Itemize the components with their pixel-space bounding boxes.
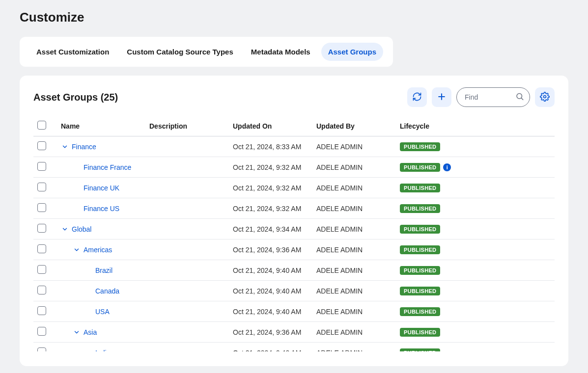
asset-group-link[interactable]: India xyxy=(95,349,110,352)
column-header-lifecycle[interactable]: Lifecycle xyxy=(396,116,555,136)
row-checkbox[interactable] xyxy=(37,162,46,171)
lifecycle-badge: PUBLISHED xyxy=(400,266,440,275)
row-checkbox[interactable] xyxy=(37,265,46,274)
table-row: IndiaOct 21, 2024, 9:40 AMADELE ADMINPUB… xyxy=(33,343,555,352)
info-icon[interactable]: i xyxy=(443,163,451,171)
asset-group-link[interactable]: Canada xyxy=(95,287,119,295)
select-all-checkbox[interactable] xyxy=(37,121,46,130)
cell-updated-by: ADELE ADMIN xyxy=(312,178,396,198)
lifecycle-badge: PUBLISHED xyxy=(400,287,440,295)
lifecycle-badge: PUBLISHED xyxy=(400,184,440,192)
chevron-down-icon[interactable] xyxy=(61,143,69,151)
table-row: AsiaOct 21, 2024, 9:36 AMADELE ADMINPUBL… xyxy=(33,322,555,343)
cell-description xyxy=(145,260,229,281)
cell-description xyxy=(145,281,229,301)
cell-updated-by: ADELE ADMIN xyxy=(312,198,396,219)
row-checkbox[interactable] xyxy=(37,286,46,294)
asset-groups-card: Asset Groups (25) xyxy=(20,76,568,366)
svg-point-4 xyxy=(544,95,546,98)
row-checkbox[interactable] xyxy=(37,244,46,253)
cell-updated-on: Oct 21, 2024, 9:32 AM xyxy=(229,157,312,178)
asset-groups-table: Name Description Updated On Updated By L… xyxy=(33,116,555,351)
table-row: GlobalOct 21, 2024, 9:34 AMADELE ADMINPU… xyxy=(33,219,555,240)
lifecycle-badge: PUBLISHED xyxy=(400,225,440,234)
chevron-down-icon[interactable] xyxy=(73,246,81,254)
row-checkbox[interactable] xyxy=(37,203,46,212)
cell-updated-on: Oct 21, 2024, 9:32 AM xyxy=(229,198,312,219)
search-input[interactable] xyxy=(456,87,530,107)
chevron-down-icon[interactable] xyxy=(61,225,69,233)
lifecycle-badge: PUBLISHED xyxy=(400,328,440,337)
row-checkbox[interactable] xyxy=(37,347,46,351)
table-row: USAOct 21, 2024, 9:40 AMADELE ADMINPUBLI… xyxy=(33,301,555,322)
page-title: Customize xyxy=(20,10,568,25)
asset-group-link[interactable]: Finance xyxy=(72,143,96,151)
table-row: Finance UKOct 21, 2024, 9:32 AMADELE ADM… xyxy=(33,178,555,198)
asset-group-link[interactable]: USA xyxy=(95,308,110,316)
cell-description xyxy=(145,240,229,260)
cell-updated-on: Oct 21, 2024, 8:33 AM xyxy=(229,136,312,157)
cell-updated-on: Oct 21, 2024, 9:40 AM xyxy=(229,281,312,301)
cell-description xyxy=(145,157,229,178)
table-row: AmericasOct 21, 2024, 9:36 AMADELE ADMIN… xyxy=(33,240,555,260)
cell-updated-by: ADELE ADMIN xyxy=(312,157,396,178)
chevron-down-icon[interactable] xyxy=(73,328,81,336)
lifecycle-badge: PUBLISHED xyxy=(400,163,440,172)
cell-updated-on: Oct 21, 2024, 9:40 AM xyxy=(229,343,312,352)
asset-group-link[interactable]: Global xyxy=(72,225,91,233)
section-title: Asset Groups (25) xyxy=(33,92,118,103)
cell-updated-by: ADELE ADMIN xyxy=(312,240,396,260)
table-row: BrazilOct 21, 2024, 9:40 AMADELE ADMINPU… xyxy=(33,260,555,281)
cell-description xyxy=(145,136,229,157)
cell-description xyxy=(145,301,229,322)
asset-group-link[interactable]: Brazil xyxy=(95,266,112,274)
tab-metadata-models[interactable]: Metadata Models xyxy=(244,43,317,61)
refresh-icon xyxy=(412,92,422,103)
lifecycle-badge: PUBLISHED xyxy=(400,142,440,151)
tab-asset-groups[interactable]: Asset Groups xyxy=(321,43,383,61)
table-row: Finance FranceOct 21, 2024, 9:32 AMADELE… xyxy=(33,157,555,178)
cell-updated-on: Oct 21, 2024, 9:32 AM xyxy=(229,178,312,198)
cell-updated-by: ADELE ADMIN xyxy=(312,260,396,281)
plus-icon xyxy=(437,92,447,103)
add-button[interactable] xyxy=(432,87,451,107)
cell-updated-on: Oct 21, 2024, 9:36 AM xyxy=(229,240,312,260)
asset-group-link[interactable]: Finance US xyxy=(84,205,119,213)
cell-description xyxy=(145,219,229,240)
cell-updated-on: Oct 21, 2024, 9:34 AM xyxy=(229,219,312,240)
column-header-updated-by[interactable]: Updated By xyxy=(312,116,396,136)
lifecycle-badge: PUBLISHED xyxy=(400,245,440,254)
lifecycle-badge: PUBLISHED xyxy=(400,204,440,213)
asset-group-link[interactable]: Finance UK xyxy=(84,184,119,192)
table-scroll[interactable]: Name Description Updated On Updated By L… xyxy=(33,116,555,351)
cell-updated-by: ADELE ADMIN xyxy=(312,219,396,240)
row-checkbox[interactable] xyxy=(37,141,46,150)
refresh-button[interactable] xyxy=(407,87,427,107)
cell-updated-on: Oct 21, 2024, 9:40 AM xyxy=(229,301,312,322)
cell-description xyxy=(145,322,229,343)
cell-description xyxy=(145,343,229,352)
cell-updated-by: ADELE ADMIN xyxy=(312,136,396,157)
row-checkbox[interactable] xyxy=(37,327,46,336)
tab-asset-customization[interactable]: Asset Customization xyxy=(29,43,116,61)
tabs-bar: Asset CustomizationCustom Catalog Source… xyxy=(20,37,393,67)
cell-description xyxy=(145,198,229,219)
table-row: FinanceOct 21, 2024, 8:33 AMADELE ADMINP… xyxy=(33,136,555,157)
column-header-updated-on[interactable]: Updated On xyxy=(229,116,312,136)
cell-description xyxy=(145,178,229,198)
column-header-description[interactable]: Description xyxy=(145,116,229,136)
lifecycle-badge: PUBLISHED xyxy=(400,348,440,352)
cell-updated-on: Oct 21, 2024, 9:40 AM xyxy=(229,260,312,281)
cell-updated-by: ADELE ADMIN xyxy=(312,281,396,301)
asset-group-link[interactable]: Asia xyxy=(84,328,97,336)
lifecycle-badge: PUBLISHED xyxy=(400,307,440,316)
column-header-name[interactable]: Name xyxy=(57,116,145,136)
row-checkbox[interactable] xyxy=(37,306,46,315)
row-checkbox[interactable] xyxy=(37,224,46,233)
tab-custom-catalog-source-types[interactable]: Custom Catalog Source Types xyxy=(120,43,240,61)
asset-group-link[interactable]: Finance France xyxy=(84,163,131,171)
table-row: Finance USOct 21, 2024, 9:32 AMADELE ADM… xyxy=(33,198,555,219)
settings-button[interactable] xyxy=(535,87,555,107)
row-checkbox[interactable] xyxy=(37,183,46,191)
asset-group-link[interactable]: Americas xyxy=(84,246,112,254)
